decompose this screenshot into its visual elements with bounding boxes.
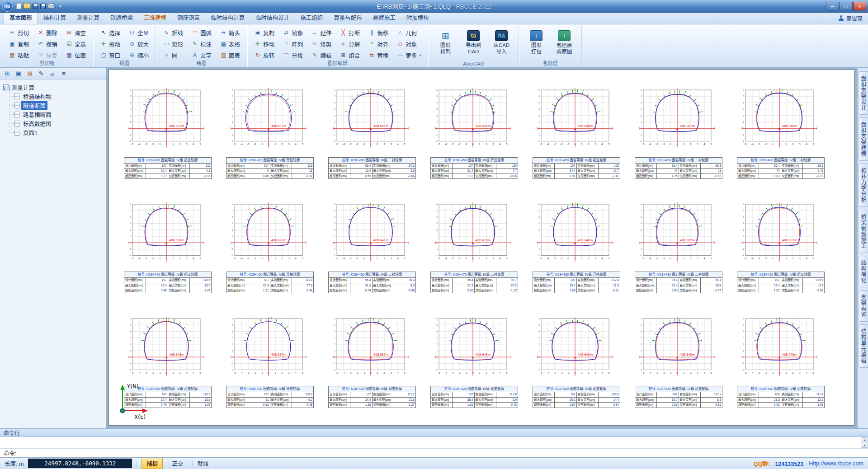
list-view-button[interactable]: ≣: [48, 70, 57, 78]
ribbon-button[interactable]: ✂剪切: [6, 27, 31, 38]
ribbon-tab-9[interactable]: 算量与配料: [328, 11, 368, 24]
tree-item-4[interactable]: 页面1: [9, 128, 104, 137]
tree-item-3[interactable]: 标高数据图: [9, 119, 104, 128]
tunnel-section-chart-1[interactable]: -5-4-3-2-10123456543210-1-2408.657m桩号: K…: [225, 87, 315, 179]
tunnel-section-chart-9[interactable]: -5-4-3-2-10123456543210-1-2408.645m桩号: K…: [327, 202, 417, 293]
open-file-button[interactable]: [24, 4, 30, 9]
delete-page-button[interactable]: ⊠: [26, 70, 34, 78]
command-scrollbar[interactable]: ▲ ▼: [861, 437, 868, 448]
tunnel-section-chart-7[interactable]: -5-4-3-2-10123456543210-1-2408.576m桩号: K…: [123, 202, 213, 293]
ribbon-tab-8[interactable]: 施工组织: [295, 11, 328, 24]
ribbon-button[interactable]: △几何: [394, 27, 423, 38]
ribbon-button[interactable]: ⊠清空: [63, 27, 88, 38]
tunnel-section-chart-13[interactable]: -5-4-3-2-10123456543210-1-2408.657m桩号: K…: [736, 202, 826, 293]
ribbon-button[interactable]: ha从CAD导入: [489, 29, 514, 56]
ribbon-button[interactable]: ◠圆弧: [189, 27, 214, 38]
qat-menu-button[interactable]: ▾: [59, 4, 61, 9]
ribbon-button[interactable]: ✛拖动: [98, 38, 123, 49]
tunnel-section-chart-12[interactable]: -5-4-3-2-10123456543210-1-2408.587m桩号: K…: [633, 202, 724, 293]
tunnel-section-chart-2[interactable]: -5-4-3-2-10123456543210-1-2408.645m桩号: K…: [327, 87, 417, 179]
right-tab-0[interactable]: 盘扣支架设计: [858, 71, 868, 115]
minimize-button[interactable]: ─: [826, 2, 839, 10]
tree-item-2[interactable]: 路基横断面: [9, 110, 104, 119]
ribbon-tab-5[interactable]: 钢筋钢束: [172, 11, 205, 24]
tunnel-section-chart-10[interactable]: -5-4-3-2-10123456543210-1-2408.620m桩号: K…: [429, 202, 519, 293]
tunnel-section-chart-20[interactable]: -5-4-3-2-10123456543210-1-2408.776m桩号: K…: [736, 316, 826, 408]
copy-page-button[interactable]: ▣: [14, 70, 23, 78]
scroll-down-icon[interactable]: ▼: [862, 443, 868, 448]
right-tab-6[interactable]: 结构单元编辑: [858, 324, 868, 368]
tree-root[interactable]: 测量计算: [2, 83, 104, 92]
new-file-button[interactable]: [16, 3, 21, 9]
ribbon-button[interactable]: ⊕放大: [126, 38, 151, 49]
tunnel-section-chart-5[interactable]: -5-4-3-2-10123456543210-1-2408.587m桩号: K…: [633, 87, 724, 179]
ribbon-button[interactable]: ⇄镜像: [280, 27, 305, 38]
ribbon-button[interactable]: ↖选择: [98, 27, 123, 38]
ribbon-button[interactable]: ∥偏移: [366, 27, 391, 38]
scroll-up-icon[interactable]: ▲: [862, 437, 868, 442]
ribbon-button[interactable]: ∷阵列: [280, 38, 305, 49]
tunnel-section-chart-17[interactable]: -5-4-3-2-10123456543210-1-2408.645m桩号: K…: [429, 316, 519, 408]
tree-view-button[interactable]: ≡: [60, 70, 68, 78]
app-logo-button[interactable]: RB: [2, 1, 13, 12]
tunnel-section-chart-15[interactable]: -5-4-3-2-10123456543210-1-2408.587m桩号: K…: [225, 316, 315, 408]
right-tab-3[interactable]: 桥梁钢筋施工: [858, 210, 868, 253]
tunnel-section-chart-6[interactable]: -5-4-3-2-10123456543210-1-2408.648m桩号: K…: [736, 87, 826, 179]
snap-toggle-button[interactable]: 捕捉: [142, 458, 163, 469]
ribbon-button[interactable]: ➔箭头: [217, 27, 242, 38]
ribbon-tab-6[interactable]: 临时结构计算: [205, 11, 250, 24]
ribbon-button[interactable]: ✕删除: [35, 27, 60, 38]
ribbon-button[interactable]: ✎标注: [189, 38, 214, 49]
right-tab-4[interactable]: 结构简化: [858, 256, 868, 287]
ribbon-tab-10[interactable]: 悬臂施工: [368, 11, 401, 24]
close-button[interactable]: ×: [853, 2, 866, 10]
tunnel-section-chart-18[interactable]: -5-4-3-2-10123456543210-1-2408.648m桩号: K…: [531, 316, 622, 408]
maximize-button[interactable]: □: [840, 2, 853, 10]
ribbon-tab-4[interactable]: 三维建模: [138, 11, 172, 24]
tunnel-section-chart-3[interactable]: -5-4-3-2-10123456543210-1-2408.645m桩号: K…: [429, 87, 519, 179]
ribbon-button[interactable]: ⊞图形排列: [433, 29, 458, 56]
drawing-canvas[interactable]: -5-4-3-2-10123456543210-1-2408.657m桩号: K…: [107, 68, 857, 428]
edit-page-button[interactable]: ✎: [37, 70, 45, 78]
tunnel-section-chart-16[interactable]: -5-4-3-2-10123456543210-1-2408.587m桩号: K…: [327, 316, 417, 408]
add-page-button[interactable]: ⊞: [3, 70, 11, 78]
ribbon-button[interactable]: ▦表格: [217, 38, 242, 49]
ribbon-button[interactable]: ⊡全显: [126, 27, 151, 38]
website-link[interactable]: Http://www.rbcce.com: [809, 460, 863, 467]
tunnel-section-chart-8[interactable]: -5-4-3-2-10123456543210-1-2408.622m桩号: K…: [225, 202, 315, 293]
tree-item-1[interactable]: 隧道断面: [9, 101, 104, 110]
tunnel-section-chart-19[interactable]: -5-4-3-2-10123456543210-1-2408.648m桩号: K…: [633, 316, 724, 408]
command-input[interactable]: 命令:: [0, 448, 868, 457]
ribbon-button[interactable]: ↔延伸: [309, 27, 334, 38]
ribbon-button[interactable]: ↶撤销: [35, 38, 60, 49]
print-button[interactable]: [48, 4, 54, 9]
ribbon-button[interactable]: ↓图形打包: [524, 29, 549, 56]
right-tab-2[interactable]: 拓扑力学分析: [858, 164, 868, 207]
tunnel-section-chart-11[interactable]: -5-4-3-2-10123456543210-1-2408.648m桩号: K…: [531, 202, 622, 293]
ribbon-button[interactable]: ⌗分解: [337, 38, 362, 49]
ribbon-button[interactable]: ▣复制: [252, 27, 277, 38]
tunnel-section-chart-4[interactable]: -5-4-3-2-10123456543210-1-2408.648m桩号: K…: [531, 87, 622, 179]
right-tab-1[interactable]: 盘扣支架建模: [858, 117, 868, 161]
ribbon-button[interactable]: ▭矩形: [160, 38, 185, 49]
user-chip[interactable]: 吴锟琛: [836, 14, 864, 24]
right-tab-5[interactable]: 支架布置: [858, 290, 868, 322]
drawing-page[interactable]: -5-4-3-2-10123456543210-1-2408.657m桩号: K…: [108, 70, 854, 426]
ribbon-tab-7[interactable]: 临时结构设计: [250, 11, 295, 24]
ribbon-button[interactable]: ta导出到CAD: [461, 29, 486, 56]
ribbon-tab-1[interactable]: 结构计算: [38, 11, 71, 24]
ribbon-button[interactable]: ✁修剪: [309, 38, 334, 49]
tunnel-section-chart-0[interactable]: -5-4-3-2-10123456543210-1-2408.657m桩号: K…: [123, 87, 213, 179]
ribbon-button[interactable]: ☑全选: [63, 38, 88, 49]
ortho-toggle-button[interactable]: 正交: [167, 458, 188, 469]
save-button[interactable]: [33, 4, 38, 9]
ribbon-button[interactable]: ◇对象: [394, 38, 423, 49]
ribbon-button[interactable]: ✛移动: [252, 38, 277, 49]
ribbon-tab-11[interactable]: 附加模块: [401, 11, 434, 24]
ribbon-tab-0[interactable]: 基本图形: [4, 11, 38, 24]
ribbon-button[interactable]: ≡对齐: [366, 38, 391, 49]
ribbon-button[interactable]: ▣复制: [6, 38, 31, 49]
ribbon-button[interactable]: ∿折线: [160, 27, 185, 38]
tree-item-0[interactable]: 桥涵结构物: [9, 92, 104, 101]
ribbon-tab-3[interactable]: 铁路桥梁: [105, 11, 138, 24]
